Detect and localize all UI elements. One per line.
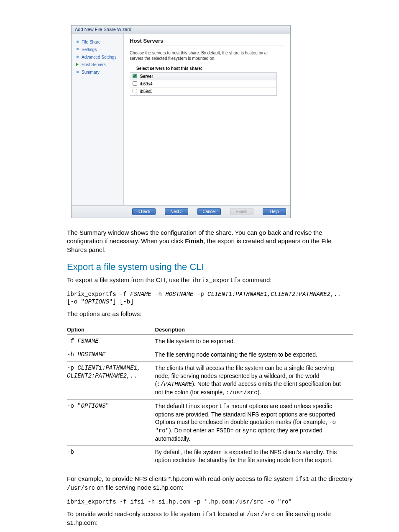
finish-button: Finish: [230, 208, 253, 215]
option-row: -h HOSTNAMEThe file serving node contain…: [67, 348, 353, 362]
option-row: -f FSNAMEThe file system to be exported.: [67, 335, 353, 348]
wizard-step-item[interactable]: Host Servers: [76, 61, 121, 69]
cancel-button[interactable]: Cancel: [197, 208, 221, 215]
help-button[interactable]: Help: [263, 208, 286, 215]
description-col-header: Description: [155, 324, 353, 335]
back-button[interactable]: < Back: [132, 208, 156, 215]
cli-intro-paragraph: To export a file system from the CLI, us…: [67, 276, 353, 285]
cli-section-heading: Export a file system using the CLI: [67, 262, 353, 272]
example2-paragraph: To provide world read-only access to fil…: [67, 510, 353, 527]
cli-syntax-block: ibrix_exportfs -f FSNAME -h HOSTNAME -p …: [67, 290, 353, 306]
select-all-checkbox[interactable]: [133, 74, 137, 78]
server-row: ib69s4: [130, 80, 276, 88]
description-cell: The file system to be exported.: [155, 335, 353, 348]
options-intro: The options are as follows:: [67, 310, 353, 318]
option-row: -bBy default, the file system is exporte…: [67, 446, 353, 467]
option-cell: -b: [67, 446, 155, 467]
server-column-header: Server: [140, 74, 153, 79]
wizard-titlebar: Add New File Share Wizard: [72, 26, 290, 33]
server-table: Server ib69s4ib59s5: [130, 72, 277, 96]
description-cell: The clients that will access the file sy…: [155, 362, 353, 400]
option-cell: -h HOSTNAME: [67, 348, 155, 362]
option-cell: -o "OPTIONS": [67, 399, 155, 445]
wizard-window: Add New File Share Wizard File ShareSett…: [71, 25, 291, 218]
summary-paragraph: The Summary window shows the configurati…: [67, 229, 353, 254]
wizard-description: Choose the servers to host this share. B…: [130, 50, 283, 61]
wizard-footer: < Back Next > Cancel Finish Help: [72, 205, 290, 218]
wizard-heading: Host Servers: [130, 38, 283, 44]
option-col-header: Option: [67, 324, 155, 335]
description-cell: The file serving node containing the fil…: [155, 348, 353, 362]
wizard-step-item[interactable]: Advanced Settings: [76, 54, 121, 61]
server-name: ib69s4: [140, 82, 152, 86]
description-cell: By default, the file system is exported …: [155, 446, 353, 467]
server-checkbox[interactable]: [133, 89, 137, 93]
server-name: ib59s5: [140, 89, 152, 94]
next-button[interactable]: Next >: [165, 208, 188, 215]
wizard-step-item[interactable]: File Share: [76, 39, 121, 46]
option-cell: -f FSNAME: [67, 335, 155, 348]
server-table-header: Server: [130, 73, 276, 80]
description-cell: The default Linux exportfs mount options…: [155, 399, 353, 445]
server-row: ib59s5: [130, 88, 276, 95]
document-page: Add New File Share Wizard File ShareSett…: [0, 0, 399, 532]
wizard-step-list: File ShareSettingsAdvanced SettingsHost …: [72, 33, 124, 205]
server-checkbox[interactable]: [133, 81, 137, 86]
example1-code: ibrix_exportfs -f ifs1 -h s1.hp.com -p *…: [67, 498, 353, 506]
option-cell: -p CLIENT1:PATHNAME1, CLIENT2:PATHNAME2,…: [67, 362, 155, 400]
wizard-table-label: Select servers to host this share:: [130, 66, 283, 71]
option-row: -p CLIENT1:PATHNAME1, CLIENT2:PATHNAME2,…: [67, 362, 353, 400]
wizard-step-item[interactable]: Summary: [76, 69, 121, 76]
example1-paragraph: For example, to provide NFS clients *.hp…: [67, 475, 353, 492]
wizard-step-item[interactable]: Settings: [76, 46, 121, 54]
option-row: -o "OPTIONS"The default Linux exportfs m…: [67, 399, 353, 445]
options-table: Option Description -f FSNAMEThe file sys…: [67, 324, 353, 467]
wizard-main-panel: Host Servers Choose the servers to host …: [124, 33, 290, 205]
